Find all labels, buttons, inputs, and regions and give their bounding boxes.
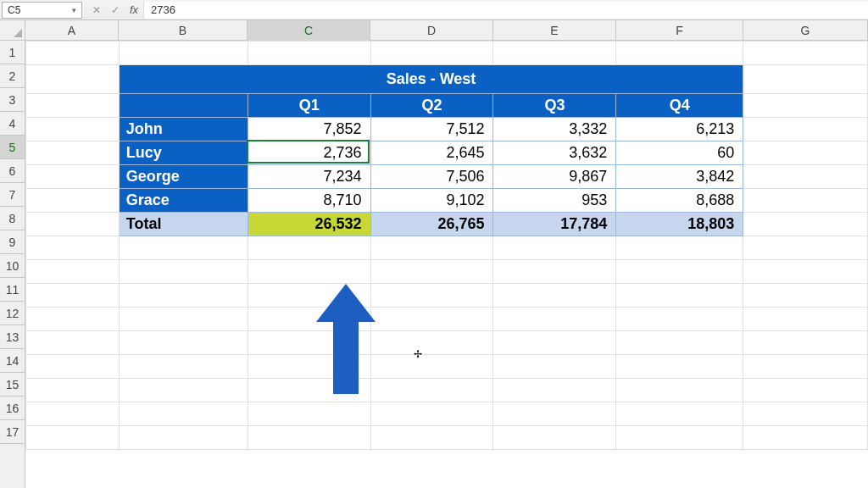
header-q2[interactable]: Q2 — [370, 94, 493, 118]
cell[interactable] — [119, 402, 248, 426]
data-cell[interactable]: 953 — [493, 189, 616, 213]
cell[interactable] — [370, 426, 493, 450]
enter-icon[interactable]: ✓ — [106, 2, 125, 19]
cancel-icon[interactable]: ✕ — [87, 2, 106, 19]
cell[interactable] — [743, 379, 868, 402]
cell[interactable] — [119, 355, 248, 379]
data-cell[interactable]: 3,332 — [493, 118, 616, 141]
data-cell[interactable]: 7,512 — [370, 118, 493, 141]
row-header-2[interactable]: 2 — [0, 64, 25, 88]
cell[interactable] — [248, 402, 370, 426]
data-cell[interactable]: 3,842 — [616, 165, 743, 189]
cell[interactable] — [248, 355, 370, 379]
cell[interactable] — [26, 94, 120, 118]
row-header-6[interactable]: 6 — [0, 159, 25, 183]
cell[interactable] — [493, 355, 616, 379]
cell[interactable] — [26, 308, 120, 331]
row-name[interactable]: Lucy — [119, 141, 248, 165]
cell[interactable] — [370, 308, 493, 331]
row-header-14[interactable]: 14 — [0, 349, 25, 373]
cell[interactable] — [248, 308, 370, 331]
cell[interactable] — [370, 379, 493, 402]
cell[interactable] — [743, 42, 868, 65]
total-cell[interactable]: 18,803 — [616, 213, 743, 236]
cell[interactable] — [248, 379, 370, 402]
header-q4[interactable]: Q4 — [616, 94, 743, 118]
data-cell[interactable]: 6,213 — [616, 118, 743, 141]
col-header-B[interactable]: B — [119, 20, 248, 41]
cell[interactable] — [743, 118, 868, 141]
col-header-C[interactable]: C — [248, 20, 370, 41]
fx-icon[interactable]: fx — [125, 2, 143, 19]
row-header-12[interactable]: 12 — [0, 302, 25, 325]
row-name[interactable]: John — [119, 118, 248, 141]
cell[interactable] — [743, 94, 868, 118]
cell[interactable] — [26, 189, 120, 213]
data-cell[interactable]: 9,102 — [370, 189, 493, 213]
row-header-16[interactable]: 16 — [0, 396, 25, 420]
name-box[interactable]: C5 ▾ — [2, 2, 82, 19]
data-cell[interactable]: 3,632 — [493, 141, 616, 165]
total-cell[interactable]: 26,765 — [370, 213, 493, 236]
row-header-11[interactable]: 11 — [0, 278, 25, 302]
cell[interactable] — [493, 308, 616, 331]
row-name[interactable]: Grace — [119, 189, 248, 213]
cell[interactable] — [493, 331, 616, 355]
cell[interactable] — [26, 379, 120, 402]
cell[interactable] — [26, 141, 120, 165]
cell[interactable] — [119, 426, 248, 450]
formula-input[interactable]: 2736 — [143, 2, 868, 19]
row-header-10[interactable]: 10 — [0, 254, 25, 278]
data-cell[interactable]: 8,688 — [616, 189, 743, 213]
cell[interactable] — [616, 308, 743, 331]
col-header-A[interactable]: A — [25, 20, 119, 41]
data-cell[interactable]: 8,710 — [248, 189, 370, 213]
total-cell[interactable]: 26,532 — [248, 213, 370, 236]
cell[interactable] — [26, 42, 120, 65]
row-name[interactable]: George — [119, 165, 248, 189]
cell[interactable] — [26, 402, 120, 426]
row-header-15[interactable]: 15 — [0, 373, 25, 396]
cell[interactable] — [616, 236, 743, 260]
cell[interactable] — [616, 284, 743, 308]
cells-area[interactable]: Sales - WestQ1Q2Q3Q4John7,8527,5123,3326… — [25, 41, 868, 488]
cell[interactable] — [119, 331, 248, 355]
cell[interactable] — [743, 402, 868, 426]
col-header-D[interactable]: D — [370, 20, 493, 41]
cell[interactable] — [119, 236, 248, 260]
cell[interactable] — [248, 236, 370, 260]
cell[interactable] — [493, 402, 616, 426]
cell[interactable] — [493, 284, 616, 308]
cell[interactable] — [743, 165, 868, 189]
cell[interactable] — [26, 260, 120, 284]
data-cell[interactable]: 7,506 — [370, 165, 493, 189]
cell[interactable] — [370, 284, 493, 308]
data-cell[interactable]: 7,852 — [248, 118, 370, 141]
cell[interactable] — [493, 426, 616, 450]
cell[interactable] — [370, 355, 493, 379]
cell[interactable] — [119, 284, 248, 308]
cell[interactable] — [370, 236, 493, 260]
cell[interactable] — [248, 331, 370, 355]
row-header-13[interactable]: 13 — [0, 325, 25, 349]
cell[interactable] — [743, 189, 868, 213]
col-header-F[interactable]: F — [616, 20, 743, 41]
cell[interactable] — [616, 355, 743, 379]
cell[interactable] — [370, 402, 493, 426]
cell[interactable] — [26, 65, 120, 94]
cell[interactable] — [26, 284, 120, 308]
cell[interactable] — [370, 331, 493, 355]
cell[interactable] — [248, 260, 370, 284]
cell[interactable] — [743, 65, 868, 94]
row-header-7[interactable]: 7 — [0, 183, 25, 207]
row-header-5[interactable]: 5 — [0, 136, 25, 159]
cell[interactable] — [743, 426, 868, 450]
cell[interactable] — [743, 213, 868, 236]
cell[interactable] — [119, 308, 248, 331]
cell[interactable] — [616, 402, 743, 426]
cell[interactable] — [743, 331, 868, 355]
header-q1[interactable]: Q1 — [248, 94, 370, 118]
row-header-3[interactable]: 3 — [0, 88, 25, 112]
table-title[interactable]: Sales - West — [119, 65, 743, 94]
cell[interactable] — [616, 426, 743, 450]
